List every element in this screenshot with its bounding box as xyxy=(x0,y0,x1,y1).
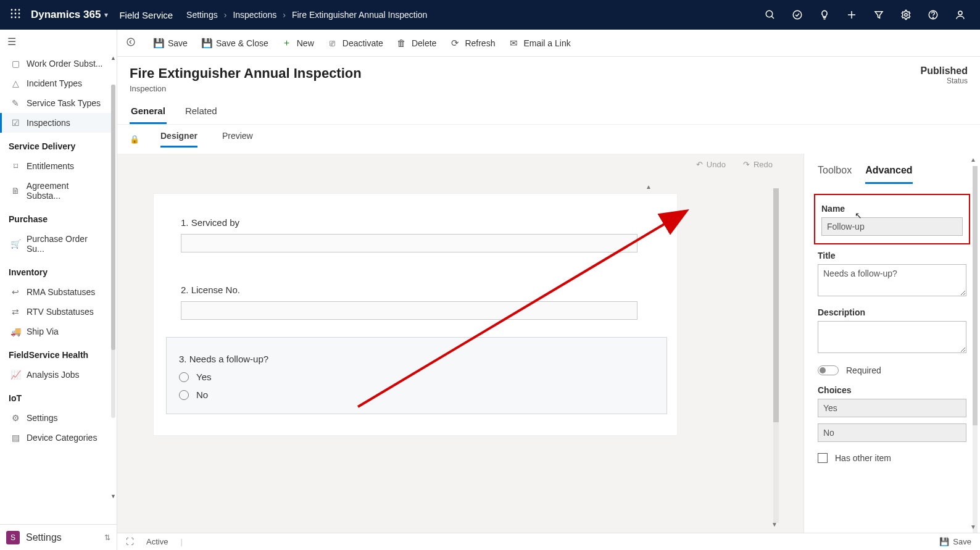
new-button[interactable]: ＋New xyxy=(282,37,314,49)
sidebar-item-inspections[interactable]: ☑ Inspections xyxy=(0,113,113,133)
scroll-up-icon[interactable]: ▲ xyxy=(110,55,116,61)
top-navbar: Dynamics 365 ▾ Field Service Settings › … xyxy=(0,0,980,30)
properties-tab-advanced[interactable]: Advanced xyxy=(865,165,912,184)
radio-option-no[interactable]: No xyxy=(179,390,654,400)
collapse-down-icon[interactable]: ▼ xyxy=(771,521,778,528)
sidebar-item-analysis-jobs[interactable]: 📈Analysis Jobs xyxy=(0,365,113,385)
gear-icon[interactable] xyxy=(892,0,920,30)
sidebar-item-rma-substatuses[interactable]: ↩RMA Substatuses xyxy=(0,282,113,302)
name-input[interactable] xyxy=(821,217,963,236)
text-input[interactable] xyxy=(181,234,637,252)
svg-point-4 xyxy=(15,12,17,14)
deactivate-button[interactable]: ⎚Deactivate xyxy=(328,38,383,48)
sidebar-item-ship-via[interactable]: 🚚Ship Via xyxy=(0,322,113,341)
statusbar-save-button[interactable]: 💾Save xyxy=(939,537,971,546)
sidebar-item-work-order-substatuses[interactable]: ▢ Work Order Subst... xyxy=(0,54,113,73)
task-icon[interactable] xyxy=(784,0,811,30)
save-close-button[interactable]: 💾Save & Close xyxy=(201,38,268,49)
area-switcher[interactable]: S Settings ⇅ xyxy=(0,524,117,550)
scrollbar[interactable] xyxy=(773,188,779,523)
search-icon[interactable] xyxy=(757,0,784,30)
radio-label: Yes xyxy=(196,372,211,382)
properties-tab-toolbox[interactable]: Toolbox xyxy=(818,165,852,184)
brand-label[interactable]: Dynamics 365 xyxy=(31,9,101,21)
name-field-highlight: Name ↖ xyxy=(814,194,970,244)
svg-point-11 xyxy=(793,10,802,19)
scroll-down-icon[interactable]: ▼ xyxy=(110,493,116,499)
chevron-down-icon[interactable]: ▾ xyxy=(104,10,108,19)
save-icon: 💾 xyxy=(153,38,163,49)
delete-button-label: Delete xyxy=(412,38,436,48)
redo-button[interactable]: ↷Redo xyxy=(743,160,773,169)
subtab-designer[interactable]: Designer xyxy=(160,131,197,148)
sidebar-item-entitlements[interactable]: ⌑Entitlements xyxy=(0,156,113,176)
sidebar-item-label: Device Categories xyxy=(27,433,97,443)
status-value: Published xyxy=(921,65,968,77)
breadcrumb-item[interactable]: Settings xyxy=(186,10,218,20)
sidebar-item-incident-types[interactable]: △ Incident Types xyxy=(0,73,113,93)
expand-icon[interactable]: ⛶ xyxy=(126,537,134,546)
page-title: Fire Extinguisher Annual Inspection xyxy=(130,65,362,81)
collapse-up-icon[interactable]: ▲ xyxy=(646,183,652,190)
tab-general[interactable]: General xyxy=(130,101,167,124)
key-icon: ⌑ xyxy=(10,161,20,171)
divider: | xyxy=(180,537,182,546)
required-toggle[interactable]: Required xyxy=(818,365,966,375)
analysis-icon: 📈 xyxy=(10,370,20,380)
tab-related[interactable]: Related xyxy=(184,101,218,124)
hamburger-icon[interactable]: ☰ xyxy=(0,30,117,54)
sidebar-item-iot-settings[interactable]: ⚙Settings xyxy=(0,408,113,428)
save-close-icon: 💾 xyxy=(201,38,211,49)
back-button[interactable] xyxy=(126,37,139,49)
app-launcher-icon[interactable] xyxy=(6,9,25,22)
svg-point-8 xyxy=(19,16,20,18)
area-label[interactable]: Field Service xyxy=(119,10,173,20)
save-button[interactable]: 💾Save xyxy=(153,38,188,49)
svg-point-3 xyxy=(11,12,13,14)
record-state: Active xyxy=(146,537,168,546)
selected-question[interactable]: 3. Needs a follow-up? Yes No xyxy=(166,337,667,414)
sidebar-item-agreement-substatuses[interactable]: 🗎Agreement Substa... xyxy=(0,176,113,206)
choice-input-2[interactable] xyxy=(818,423,966,442)
undo-button[interactable]: ↶Undo xyxy=(696,160,726,169)
collapse-down-icon[interactable]: ▼ xyxy=(970,523,976,530)
delete-button[interactable]: 🗑Delete xyxy=(397,38,436,48)
sidebar-item-device-categories[interactable]: ▤Device Categories xyxy=(0,428,113,448)
sidebar-item-label: Purchase Order Su... xyxy=(27,234,104,254)
sidebar-item-label: Incident Types xyxy=(27,78,82,88)
sidebar-item-label: Analysis Jobs xyxy=(27,370,80,380)
sidebar-item-purchase-order-substatuses[interactable]: 🛒Purchase Order Su... xyxy=(0,229,113,259)
cursor-icon: ↖ xyxy=(855,210,862,220)
help-icon[interactable] xyxy=(920,0,947,30)
has-other-checkbox[interactable]: Has other item xyxy=(818,453,966,463)
user-icon[interactable] xyxy=(947,0,974,30)
choice-input-1[interactable] xyxy=(818,399,966,417)
collapse-up-icon[interactable]: ▲ xyxy=(970,156,976,163)
new-button-label: New xyxy=(297,38,314,48)
email-link-button[interactable]: ✉Email a Link xyxy=(509,38,570,49)
svg-point-5 xyxy=(19,12,20,14)
chevron-right-icon: › xyxy=(283,10,286,20)
rtv-icon: ⇄ xyxy=(10,307,20,317)
filter-icon[interactable] xyxy=(865,0,892,30)
sidebar-item-rtv-substatuses[interactable]: ⇄RTV Substatuses xyxy=(0,302,113,322)
question-label[interactable]: 2. License No. xyxy=(181,285,658,295)
area-switcher-label: Settings xyxy=(26,532,62,543)
radio-option-yes[interactable]: Yes xyxy=(179,372,654,382)
sidebar-section-header: Purchase xyxy=(0,206,113,229)
breadcrumb-item[interactable]: Fire Extinguisher Annual Inspection xyxy=(292,10,427,20)
question-label[interactable]: 1. Serviced by xyxy=(181,217,658,228)
save-button-label: Save xyxy=(168,38,188,48)
sidebar-item-service-task-types[interactable]: ✎ Service Task Types xyxy=(0,93,113,113)
sidebar-item-label: Settings xyxy=(27,413,58,423)
lightbulb-icon[interactable] xyxy=(811,0,838,30)
refresh-button-label: Refresh xyxy=(465,38,495,48)
refresh-button[interactable]: ⟳Refresh xyxy=(450,38,495,49)
breadcrumb-item[interactable]: Inspections xyxy=(233,10,276,20)
plus-icon[interactable] xyxy=(838,0,865,30)
subtab-preview[interactable]: Preview xyxy=(222,131,253,148)
text-input[interactable] xyxy=(181,301,637,320)
description-input[interactable] xyxy=(818,321,966,353)
scrollbar[interactable] xyxy=(973,166,978,533)
title-input[interactable]: Needs a follow-up? xyxy=(818,264,966,296)
